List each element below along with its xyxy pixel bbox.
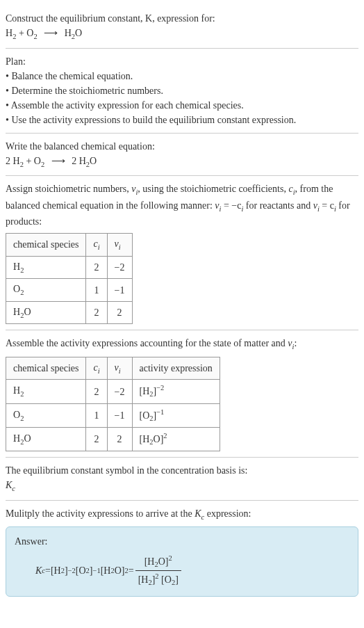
table-row: H2O 2 2 [H2O]2 <box>6 427 220 451</box>
sp-sub: 2 <box>20 266 24 274</box>
cell-ci: 2 <box>86 301 107 324</box>
symbol-heading: The equilibrium constant symbol in the c… <box>6 463 358 478</box>
cell-species: O2 <box>6 403 86 427</box>
plan-item: Assemble the activity expression for eac… <box>6 98 358 113</box>
plan-item: Determine the stoichiometric numbers. <box>6 83 358 98</box>
eq-o-sub: 2 <box>33 33 37 40</box>
sp-base: H <box>13 307 20 317</box>
table-row: O2 1 −1 [O2]−1 <box>6 403 220 427</box>
nui-sub: i <box>119 367 121 375</box>
plan-item: Use the activity expressions to build th… <box>6 113 358 127</box>
balanced-section: Write the balanced chemical equation: 2 … <box>6 134 358 177</box>
term2-base: [O <box>76 563 86 578</box>
equals-sign: = <box>129 563 134 578</box>
answer-label: Answer: <box>15 534 349 549</box>
stoich-text: for reactants and <box>243 200 313 211</box>
stoich-text: Assign stoichiometric numbers, <box>6 184 131 194</box>
multiply-text: Mulitply the activity expressions to arr… <box>6 508 195 519</box>
cell-ci: 2 <box>86 427 107 451</box>
ci-sub: i <box>98 243 100 251</box>
header-nui: νi <box>107 234 132 257</box>
header-activity: activity expression <box>132 357 220 380</box>
eq-h: H <box>6 28 13 38</box>
ae-sup: 2 <box>163 432 167 440</box>
activity-text: : <box>294 338 297 348</box>
header-species: chemical species <box>6 234 86 257</box>
cell-nui: −1 <box>107 403 132 427</box>
balanced-equation: 2 H2 + O2 ⟶ 2 H2O <box>6 154 358 170</box>
activity-section: Assemble the activity expressions accoun… <box>6 330 358 458</box>
cell-nui: −2 <box>107 380 132 403</box>
prompt-section: Construct the equilibrium constant, K, e… <box>6 6 358 49</box>
unbalanced-equation: H2 + O2 ⟶ H2O <box>6 26 358 42</box>
stoich-section: Assign stoichiometric numbers, νi, using… <box>6 176 358 330</box>
symbol-value: Kc <box>6 478 358 494</box>
arrow-icon: ⟶ <box>44 26 58 40</box>
plan-item: Balance the chemical equation. <box>6 69 358 83</box>
sp-sub: 2 <box>20 414 24 421</box>
multiply-text: expression: <box>204 508 251 519</box>
sp-base: H <box>13 433 20 444</box>
ae-base: [O <box>140 410 150 420</box>
term3-base: [H <box>101 563 111 578</box>
table-row: H2O 2 2 <box>6 301 133 324</box>
plan-list: Balance the chemical equation. Determine… <box>6 69 358 127</box>
header-ci: ci <box>86 234 107 257</box>
answer-box: Answer: Kc = [H2]−2 [O2]−1 [H2O]2 = [H2O… <box>6 526 358 596</box>
cell-species: H2O <box>6 301 86 324</box>
den2-suffix: ] <box>175 574 179 585</box>
plan-heading: Plan: <box>6 54 358 69</box>
num-suffix: O] <box>158 556 169 567</box>
bal-o-sub: 2 <box>41 160 44 168</box>
bal-plus-o: + O <box>24 156 41 166</box>
ae-base: [H <box>140 386 150 396</box>
stoich-table: chemical species ci νi H2 2 −2 O2 1 −1 H… <box>6 233 133 324</box>
den1-base: [H <box>138 574 149 585</box>
cell-species: H2 <box>6 256 86 279</box>
cell-nui: −2 <box>107 256 132 279</box>
k-symbol: K <box>6 480 12 490</box>
bal-2h: 2 H <box>6 156 20 166</box>
fraction-numerator: [H2O]2 <box>135 553 181 571</box>
cell-ci: 1 <box>86 403 107 427</box>
term3-suffix: O] <box>115 563 125 578</box>
k-sub: c <box>12 485 15 492</box>
plan-section: Plan: Balance the chemical equation. Det… <box>6 49 358 134</box>
cell-species: H2 <box>6 380 86 403</box>
cell-species: H2O <box>6 427 86 451</box>
eq-plus-o: + O <box>16 28 33 38</box>
eq-h2o-o: O <box>75 28 82 38</box>
cell-nui: 2 <box>107 427 132 451</box>
sp-base: H <box>13 261 20 272</box>
ae-sup: −2 <box>156 384 164 392</box>
fraction-denominator: [H2]2 [O2] <box>135 571 181 588</box>
prompt-text: Construct the equilibrium constant, K, e… <box>6 11 358 26</box>
answer-equation: Kc = [H2]−2 [O2]−1 [H2O]2 = [H2O]2 [H2]2… <box>15 553 349 588</box>
bal-2h2o-o: O <box>90 156 97 166</box>
cell-nui: 2 <box>107 301 132 324</box>
term1-sup: −2 <box>68 565 76 577</box>
sp-suffix: O <box>24 307 31 317</box>
eq-text: = c <box>320 200 334 211</box>
cell-activity: [H2O]2 <box>132 427 220 451</box>
table-row: H2 2 −2 [H2]−2 <box>6 380 220 403</box>
ci-sub: i <box>98 367 100 375</box>
activity-table: chemical species ci νi activity expressi… <box>6 357 220 451</box>
sp-suffix: O <box>24 433 31 444</box>
header-ci: ci <box>86 357 107 380</box>
k-symbol: K <box>195 508 201 519</box>
activity-text: Assemble the activity expressions accoun… <box>6 338 288 348</box>
cell-nui: −1 <box>107 279 132 302</box>
stoich-text: , using the stoichiometric coefficients, <box>138 184 288 194</box>
cell-ci: 2 <box>86 256 107 279</box>
den2-base: [O <box>159 574 172 585</box>
eq-h2o-h: H <box>65 28 72 38</box>
balanced-heading: Write the balanced chemical equation: <box>6 139 358 154</box>
term1-base: [H <box>51 563 61 578</box>
num-sup: 2 <box>169 554 172 562</box>
bal-2h2o-h: 2 H <box>72 156 86 166</box>
sp-sub: 2 <box>20 289 24 296</box>
sp-base: O <box>13 410 20 420</box>
sp-base: H <box>13 385 20 396</box>
cell-activity: [H2]−2 <box>132 380 220 403</box>
